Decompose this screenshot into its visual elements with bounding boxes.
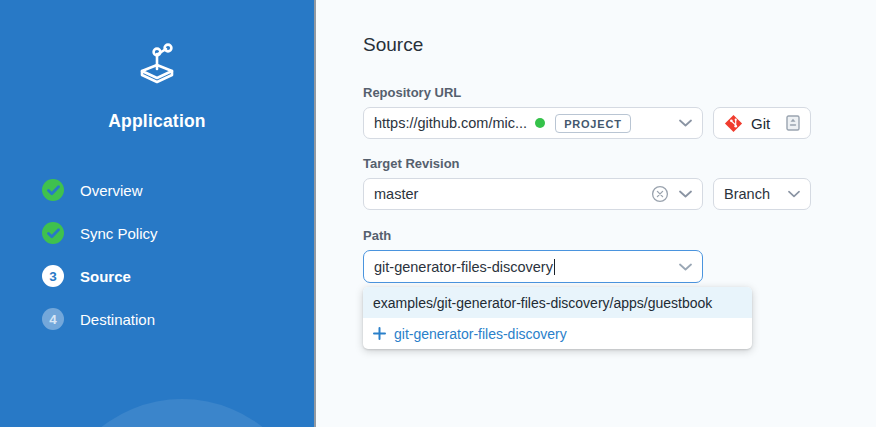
path-label: Path — [363, 228, 876, 243]
step-label: Overview — [80, 182, 143, 199]
path-suggestion-item[interactable]: examples/git-generator-files-discovery/a… — [363, 287, 752, 318]
decorative-circle — [52, 399, 312, 427]
target-revision-input[interactable]: master — [363, 178, 703, 210]
revision-type-value: Branch — [724, 186, 770, 202]
step-number-badge: 4 — [42, 308, 64, 330]
target-revision-label: Target Revision — [363, 156, 876, 171]
suggestion-text: git-generator-files-discovery — [394, 326, 567, 342]
project-badge: PROJECT — [555, 114, 631, 133]
plus-icon — [373, 327, 386, 340]
application-box-icon — [133, 42, 181, 86]
step-label: Destination — [80, 311, 155, 328]
application-brand: Application — [0, 42, 314, 132]
path-suggestions-dropdown: examples/git-generator-files-discovery/a… — [363, 287, 752, 349]
path-input[interactable]: git-generator-files-discovery — [363, 250, 703, 283]
repository-url-input[interactable]: https://github.com/mic... PROJECT — [363, 107, 703, 139]
step-destination[interactable]: 4 Destination — [42, 308, 314, 330]
chevron-down-icon[interactable] — [679, 263, 692, 271]
repository-url-value: https://github.com/mic... — [374, 115, 527, 131]
chevron-down-icon[interactable] — [679, 119, 692, 127]
check-icon — [42, 179, 64, 201]
repo-type-select-icon[interactable] — [786, 115, 800, 131]
source-form: Source Repository URL https://github.com… — [318, 0, 876, 427]
step-overview[interactable]: Overview — [42, 179, 314, 201]
page-title: Source — [363, 34, 876, 56]
check-icon — [42, 222, 64, 244]
step-sync-policy[interactable]: Sync Policy — [42, 222, 314, 244]
revision-type-select[interactable]: Branch — [713, 178, 811, 210]
repo-type-value: Git — [751, 115, 770, 132]
wizard-steps: Overview Sync Policy 3 Source 4 Destinat… — [0, 179, 314, 330]
target-revision-value: master — [374, 186, 418, 202]
repo-connected-status-dot — [535, 118, 545, 128]
wizard-sidebar: Application Overview Sync Policy 3 Sourc… — [0, 0, 316, 427]
step-number-badge: 3 — [42, 265, 64, 287]
step-label: Source — [80, 268, 131, 285]
chevron-down-icon — [788, 190, 800, 198]
path-value: git-generator-files-discovery — [374, 259, 553, 275]
sidebar-title: Application — [0, 111, 314, 132]
clear-circle-icon[interactable] — [651, 185, 669, 203]
git-logo-icon — [724, 114, 743, 133]
step-source[interactable]: 3 Source — [42, 265, 314, 287]
repo-type-button[interactable]: Git — [713, 107, 811, 139]
repository-url-label: Repository URL — [363, 85, 876, 100]
chevron-down-icon[interactable] — [679, 190, 692, 198]
suggestion-text: examples/git-generator-files-discovery/a… — [373, 295, 712, 311]
step-label: Sync Policy — [80, 225, 158, 242]
text-cursor — [554, 259, 555, 275]
path-create-new-item[interactable]: git-generator-files-discovery — [363, 318, 752, 349]
